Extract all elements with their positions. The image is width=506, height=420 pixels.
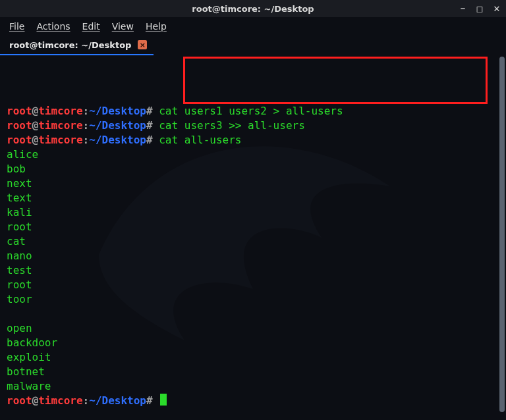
tab-label: root@timcore: ~/Desktop (9, 40, 131, 50)
menu-file[interactable]: File (9, 21, 24, 32)
close-icon[interactable]: ✕ (492, 3, 502, 14)
output-line: botnet (7, 365, 499, 379)
shell-prompt: root@timcore:~/Desktop# (7, 118, 153, 133)
output-line: next (7, 176, 499, 191)
scrollbar[interactable] (499, 57, 505, 412)
output-line: root (7, 220, 499, 234)
output-line: backdoor (7, 336, 499, 350)
output-line: test (7, 263, 499, 278)
output-line: bob (7, 162, 499, 176)
shell-prompt: root@timcore:~/Desktop# (7, 104, 153, 118)
command-0: cat users1 users2 > all-users (153, 104, 343, 118)
window-titlebar: root@timcore: ~/Desktop － ◻ ✕ (0, 0, 506, 17)
menu-edit[interactable]: Edit (82, 21, 100, 32)
menu-actions[interactable]: Actions (36, 21, 70, 32)
output-line: text (7, 191, 499, 205)
output-line: malware (7, 379, 499, 394)
output-line (7, 307, 499, 321)
shell-prompt: root@timcore:~/Desktop# (7, 394, 153, 408)
menu-help[interactable]: Help (146, 21, 167, 32)
tab-close-icon[interactable]: × (138, 40, 147, 49)
output-line: alice (7, 147, 499, 162)
output-line: kali (7, 205, 499, 220)
maximize-icon[interactable]: ◻ (474, 3, 485, 14)
tab-bar: root@timcore: ~/Desktop × (0, 36, 506, 55)
output-line: cat (7, 234, 499, 249)
cursor (160, 394, 167, 406)
output-line: toor (7, 292, 499, 307)
menubar: File Actions Edit View Help (0, 17, 506, 36)
tab-active[interactable]: root@timcore: ~/Desktop × (0, 36, 154, 55)
command-2: cat all-users (153, 133, 242, 147)
output-line: nano (7, 249, 499, 263)
output-line: open (7, 321, 499, 336)
menu-view[interactable]: View (112, 21, 134, 32)
terminal-area[interactable]: root@timcore:~/Desktop# cat users1 users… (0, 55, 506, 420)
shell-prompt: root@timcore:~/Desktop# (7, 133, 153, 147)
minimize-icon[interactable]: － (457, 3, 468, 14)
scrollbar-thumb[interactable] (499, 57, 505, 412)
window-title: root@timcore: ~/Desktop (192, 4, 314, 14)
output-line: root (7, 278, 499, 292)
output-line: exploit (7, 350, 499, 365)
command-1: cat users3 >> all-users (153, 118, 305, 133)
